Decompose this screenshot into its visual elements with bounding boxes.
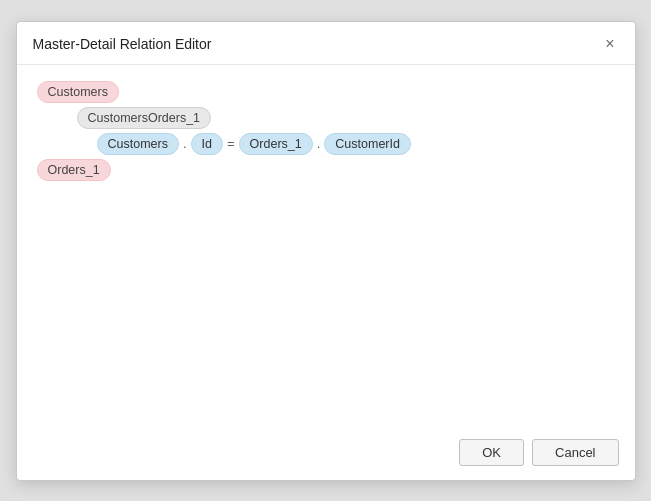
cancel-button[interactable]: Cancel: [532, 439, 618, 466]
relation-tree: Customers CustomersOrders_1 Customers . …: [37, 81, 615, 181]
tree-row-customers-orders: CustomersOrders_1: [77, 107, 615, 129]
ok-button[interactable]: OK: [459, 439, 524, 466]
dot2: .: [317, 136, 321, 151]
master-detail-dialog: Master-Detail Relation Editor × Customer…: [16, 21, 636, 481]
right-field-tag[interactable]: CustomerId: [324, 133, 411, 155]
close-button[interactable]: ×: [601, 34, 618, 54]
orders-tag[interactable]: Orders_1: [37, 159, 111, 181]
equals-sign: =: [227, 136, 235, 151]
left-table-tag[interactable]: Customers: [97, 133, 179, 155]
customers-orders-tag[interactable]: CustomersOrders_1: [77, 107, 212, 129]
right-table-tag[interactable]: Orders_1: [239, 133, 313, 155]
tree-row-orders: Orders_1: [37, 159, 615, 181]
tree-row-customers: Customers: [37, 81, 615, 103]
dialog-header: Master-Detail Relation Editor ×: [17, 22, 635, 65]
dialog-content: Customers CustomersOrders_1 Customers . …: [17, 65, 635, 429]
dot1: .: [183, 136, 187, 151]
left-field-tag[interactable]: Id: [191, 133, 223, 155]
dialog-title: Master-Detail Relation Editor: [33, 36, 212, 52]
dialog-footer: OK Cancel: [17, 429, 635, 480]
customers-tag[interactable]: Customers: [37, 81, 119, 103]
tree-row-relation: Customers . Id = Orders_1 . CustomerId: [97, 133, 615, 155]
